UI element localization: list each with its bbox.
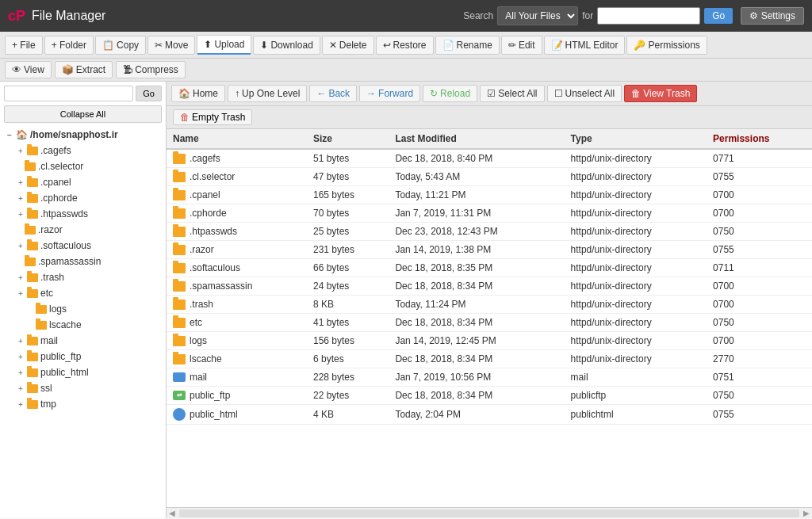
- sidebar-item-clselector[interactable]: .cl.selector: [15, 158, 162, 174]
- trash-expand-icon: +: [17, 273, 25, 282]
- table-header-row: Name Size Last Modified Type Permissions: [167, 129, 812, 149]
- file-pane: 🏠 Home ↑ Up One Level ← Back → Forward ↻…: [167, 82, 812, 518]
- table-row[interactable]: .trash 8 KB Today, 11:24 PM httpd/unix-d…: [167, 296, 812, 314]
- home-nav-button[interactable]: 🏠 Home: [171, 85, 225, 102]
- search-input[interactable]: [597, 7, 700, 25]
- table-row[interactable]: .cphorde 70 bytes Jan 7, 2019, 11:31 PM …: [167, 204, 812, 223]
- sidebar-item-public-ftp[interactable]: + public_ftp: [15, 349, 162, 364]
- sidebar-item-softaculous[interactable]: + .softaculous: [15, 238, 162, 254]
- cell-modified: Dec 18, 2018, 8:40 PM: [389, 149, 564, 168]
- settings-button[interactable]: ⚙ Settings: [741, 7, 804, 25]
- up-one-level-button[interactable]: ↑ Up One Level: [228, 85, 307, 102]
- sidebar-item-razor[interactable]: .razor: [15, 222, 162, 238]
- view-trash-button[interactable]: 🗑 View Trash: [624, 85, 697, 102]
- view-button[interactable]: 👁 View: [5, 61, 52, 78]
- copy-button[interactable]: 📋 Copy: [95, 36, 146, 55]
- sidebar-search-input[interactable]: [4, 86, 133, 101]
- cell-permissions: 0750: [707, 314, 812, 332]
- download-button[interactable]: ⬇ Download: [253, 36, 320, 55]
- cell-size: 6 bytes: [307, 350, 389, 368]
- table-row[interactable]: .softaculous 66 bytes Dec 18, 2018, 8:35…: [167, 259, 812, 277]
- unselect-all-button[interactable]: ☐ Unselect All: [547, 85, 622, 102]
- globe-icon: [173, 408, 186, 421]
- search-dropdown[interactable]: All Your Files: [497, 6, 578, 25]
- delete-button[interactable]: ✕ Delete: [322, 36, 374, 55]
- html-editor-button[interactable]: 📝 HTML Editor: [544, 36, 626, 55]
- extract-icon: 📦: [62, 64, 74, 75]
- sidebar-item-logs[interactable]: logs: [26, 301, 162, 317]
- sidebar-search-go[interactable]: Go: [136, 86, 162, 101]
- sidebar-item-mail[interactable]: + mail: [15, 333, 162, 349]
- table-row[interactable]: .razor 231 bytes Jan 14, 2019, 1:38 PM h…: [167, 241, 812, 259]
- file-button[interactable]: + File: [5, 36, 43, 55]
- clselector-folder-icon: [25, 162, 36, 171]
- table-row[interactable]: mail 228 bytes Jan 7, 2019, 10:56 PM mai…: [167, 368, 812, 387]
- cell-modified: Jan 7, 2019, 10:56 PM: [389, 368, 564, 387]
- table-row[interactable]: ⇄public_ftp 22 bytes Dec 18, 2018, 8:34 …: [167, 387, 812, 405]
- main-layout: Go Collapse All − 🏠 /home/snapphost.ir +…: [0, 82, 812, 518]
- cpanel-expand-icon: +: [17, 178, 25, 187]
- table-row[interactable]: .cl.selector 47 bytes Today, 5:43 AM htt…: [167, 168, 812, 186]
- sidebar-item-cpanel[interactable]: + .cpanel: [15, 174, 162, 190]
- table-row[interactable]: logs 156 bytes Jan 14, 2019, 12:45 PM ht…: [167, 332, 812, 350]
- unselect-all-icon: ☐: [554, 88, 563, 99]
- collapse-all-button[interactable]: Collapse All: [4, 105, 162, 123]
- col-permissions[interactable]: Permissions: [707, 129, 812, 149]
- cell-modified: Today, 2:04 PM: [389, 405, 564, 425]
- scroll-left-arrow[interactable]: ◀: [167, 509, 178, 517]
- sidebar-item-lscache[interactable]: lscache: [26, 317, 162, 333]
- sidebar-item-cagefs[interactable]: + .cagefs: [15, 143, 162, 158]
- folder-button[interactable]: + Folder: [44, 36, 94, 55]
- folder-icon: [173, 281, 186, 292]
- sidebar-item-tmp[interactable]: + tmp: [15, 396, 162, 412]
- col-size[interactable]: Size: [307, 129, 389, 149]
- sidebar-item-public-html[interactable]: + public_html: [15, 364, 162, 380]
- col-modified[interactable]: Last Modified: [389, 129, 564, 149]
- back-button[interactable]: ← Back: [309, 85, 357, 102]
- cphorde-expand-icon: +: [17, 194, 25, 203]
- sidebar-item-etc[interactable]: + etc: [15, 285, 162, 301]
- table-row[interactable]: .cpanel 165 bytes Today, 11:21 PM httpd/…: [167, 186, 812, 204]
- col-name[interactable]: Name: [167, 129, 307, 149]
- permissions-button[interactable]: 🔑 Permissions: [626, 36, 707, 55]
- sidebar-item-trash[interactable]: + .trash: [15, 269, 162, 285]
- cell-name: .trash: [167, 296, 307, 314]
- col-type[interactable]: Type: [565, 129, 707, 149]
- upload-button[interactable]: ⬆ Upload: [197, 35, 251, 55]
- table-row[interactable]: .spamassassin 24 bytes Dec 18, 2018, 8:3…: [167, 277, 812, 296]
- empty-trash-button[interactable]: 🗑 Empty Trash: [173, 109, 252, 125]
- forward-button[interactable]: → Forward: [359, 85, 420, 102]
- restore-button[interactable]: ↩ Restore: [376, 36, 434, 55]
- go-button[interactable]: Go: [704, 8, 733, 24]
- table-row[interactable]: .cagefs 51 bytes Dec 18, 2018, 8:40 PM h…: [167, 149, 812, 168]
- extract-button[interactable]: 📦 Extract: [55, 61, 113, 78]
- scrollbar-track[interactable]: [179, 509, 799, 517]
- table-row[interactable]: .htpasswds 25 bytes Dec 23, 2018, 12:43 …: [167, 223, 812, 241]
- compress-button[interactable]: 🗜 Compress: [116, 61, 186, 78]
- horizontal-scrollbar[interactable]: ◀ ▶: [167, 507, 812, 518]
- table-row[interactable]: lscache 6 bytes Dec 18, 2018, 8:34 PM ht…: [167, 350, 812, 368]
- cell-modified: Dec 18, 2018, 8:35 PM: [389, 259, 564, 277]
- select-all-button[interactable]: ☑ Select All: [480, 85, 544, 102]
- cell-name: public_html: [167, 405, 307, 425]
- secondary-toolbar: 👁 View 📦 Extract 🗜 Compress: [0, 59, 812, 82]
- cell-size: 66 bytes: [307, 259, 389, 277]
- sidebar-item-ssl[interactable]: + ssl: [15, 380, 162, 396]
- move-button[interactable]: ✂ Move: [147, 36, 195, 55]
- table-row[interactable]: public_html 4 KB Today, 2:04 PM publicht…: [167, 405, 812, 425]
- cell-name: .cpanel: [167, 186, 307, 204]
- rename-button[interactable]: 📄 Rename: [435, 36, 500, 55]
- sidebar-item-cphorde[interactable]: + .cphorde: [15, 190, 162, 206]
- cell-modified: Jan 14, 2019, 12:45 PM: [389, 332, 564, 350]
- scroll-right-arrow[interactable]: ▶: [801, 509, 812, 517]
- home-icon: 🏠: [16, 129, 28, 140]
- edit-button[interactable]: ✏ Edit: [501, 36, 542, 55]
- file-table-container[interactable]: Name Size Last Modified Type Permissions…: [167, 129, 812, 507]
- sidebar-item-spamassassin[interactable]: .spamassassin: [15, 254, 162, 269]
- tree-root[interactable]: − 🏠 /home/snapphost.ir: [4, 127, 162, 143]
- cell-size: 47 bytes: [307, 168, 389, 186]
- sidebar-item-htpasswds[interactable]: + .htpasswds: [15, 206, 162, 222]
- table-row[interactable]: etc 41 bytes Dec 18, 2018, 8:34 PM httpd…: [167, 314, 812, 332]
- reload-button[interactable]: ↻ Reload: [423, 85, 477, 102]
- htpasswds-folder-icon: [27, 210, 38, 219]
